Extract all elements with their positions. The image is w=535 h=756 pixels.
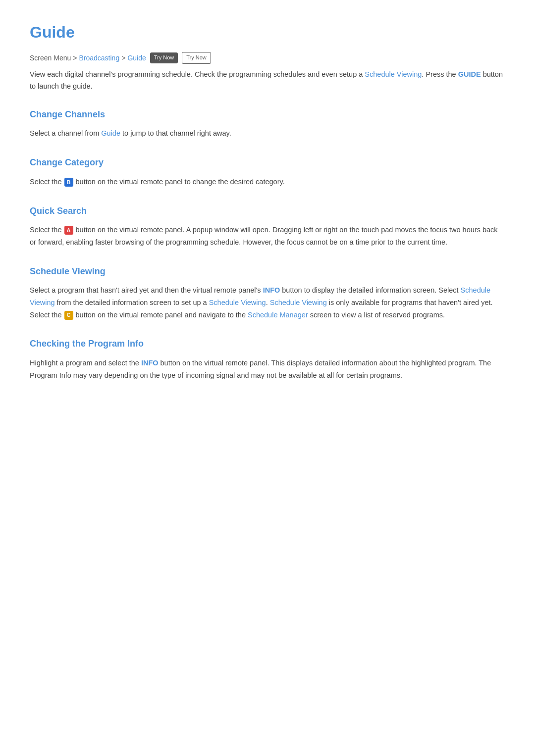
- breadcrumb-sep1: >: [73, 52, 77, 63]
- schedule-manager-link[interactable]: Schedule Manager: [248, 311, 308, 319]
- try-now-badge-2[interactable]: Try Now: [182, 52, 211, 64]
- breadcrumb-sep2: >: [121, 52, 125, 63]
- breadcrumb: Screen Menu > Broadcasting > Guide Try N…: [30, 52, 505, 64]
- schedule-viewing-link-intro[interactable]: Schedule Viewing: [365, 70, 422, 78]
- section-title-checking-program-info: Checking the Program Info: [30, 337, 505, 351]
- section-change-channels: Change Channels Select a channel from Gu…: [30, 107, 505, 140]
- breadcrumb-guide[interactable]: Guide: [127, 52, 146, 63]
- section-quick-search: Quick Search Select the A button on the …: [30, 204, 505, 249]
- section-body-quick-search: Select the A button on the virtual remot…: [30, 224, 505, 248]
- page-title: Guide: [30, 20, 505, 45]
- section-body-checking-program-info: Highlight a program and select the INFO …: [30, 357, 505, 381]
- section-title-change-channels: Change Channels: [30, 107, 505, 122]
- intro-text: View each digital channel's programming …: [30, 69, 505, 93]
- c-button-badge: C: [64, 311, 73, 320]
- section-body-change-category: Select the B button on the virtual remot…: [30, 176, 505, 188]
- info-link-program[interactable]: INFO: [141, 359, 159, 367]
- section-checking-program-info: Checking the Program Info Highlight a pr…: [30, 337, 505, 381]
- section-title-schedule-viewing: Schedule Viewing: [30, 264, 505, 279]
- schedule-viewing-link-2[interactable]: Schedule Viewing: [209, 299, 266, 306]
- a-button-badge: A: [64, 226, 73, 235]
- section-title-change-category: Change Category: [30, 155, 505, 170]
- section-change-category: Change Category Select the B button on t…: [30, 155, 505, 188]
- b-button-badge: B: [64, 178, 73, 187]
- try-now-badge-1[interactable]: Try Now: [150, 52, 178, 63]
- breadcrumb-broadcasting[interactable]: Broadcasting: [79, 52, 119, 63]
- guide-button-ref: GUIDE: [458, 70, 481, 78]
- section-schedule-viewing: Schedule Viewing Select a program that h…: [30, 264, 505, 321]
- section-body-change-channels: Select a channel from Guide to jump to t…: [30, 127, 505, 140]
- section-title-quick-search: Quick Search: [30, 204, 505, 218]
- breadcrumb-screenmenu: Screen Menu: [30, 52, 71, 63]
- schedule-viewing-link-3[interactable]: Schedule Viewing: [270, 299, 327, 306]
- section-body-schedule-viewing: Select a program that hasn't aired yet a…: [30, 284, 505, 321]
- guide-link-channels[interactable]: Guide: [101, 129, 120, 137]
- info-link-schedule[interactable]: INFO: [263, 286, 280, 294]
